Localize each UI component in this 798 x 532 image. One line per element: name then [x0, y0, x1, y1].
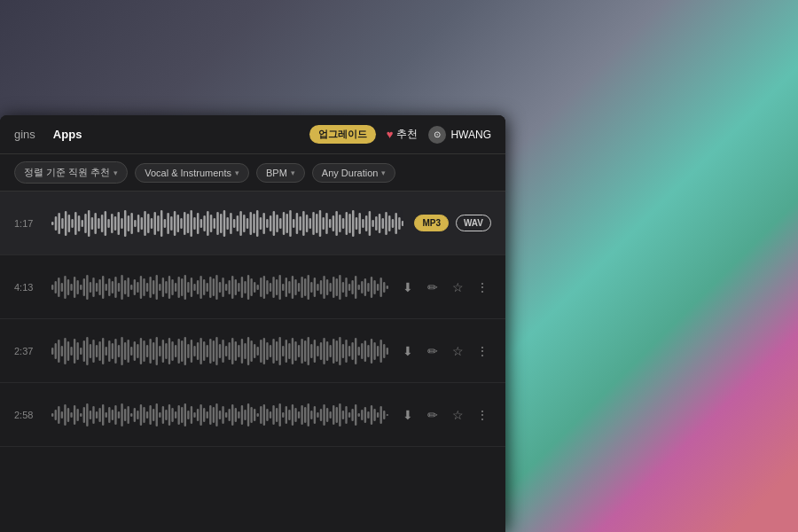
svg-rect-206 — [361, 281, 363, 293]
svg-rect-401 — [301, 405, 302, 425]
svg-rect-197 — [332, 277, 334, 298]
svg-rect-293 — [298, 345, 300, 357]
svg-rect-250 — [162, 340, 164, 363]
svg-rect-226 — [86, 337, 88, 365]
svg-rect-134 — [134, 279, 136, 295]
svg-rect-204 — [355, 276, 356, 299]
svg-rect-63 — [256, 210, 258, 237]
svg-rect-361 — [175, 411, 176, 419]
svg-rect-365 — [187, 411, 189, 419]
svg-rect-25 — [130, 213, 132, 234]
svg-rect-264 — [207, 345, 208, 357]
star-icon[interactable]: ☆ — [449, 342, 466, 360]
svg-rect-270 — [225, 346, 227, 356]
svg-rect-225 — [83, 340, 85, 362]
svg-rect-166 — [235, 279, 237, 295]
svg-rect-149 — [181, 278, 183, 296]
filter-vocal[interactable]: Vocal & Instruments ▾ — [135, 163, 249, 183]
filter-sort[interactable]: 정렬 기준 직원 추천 ▾ — [14, 161, 128, 184]
svg-rect-230 — [98, 341, 100, 361]
svg-rect-395 — [282, 412, 284, 418]
star-icon[interactable]: ☆ — [449, 406, 466, 424]
svg-rect-78 — [306, 215, 308, 232]
svg-rect-2 — [55, 216, 57, 231]
track-row[interactable]: 2:37 — [0, 319, 505, 383]
svg-rect-104 — [392, 219, 394, 228]
filter-bpm[interactable]: BPM ▾ — [256, 163, 305, 183]
svg-rect-131 — [124, 280, 126, 294]
track-row[interactable]: 1:17 // We'll draw this inline — [0, 192, 505, 255]
edit-icon[interactable]: ✏ — [424, 342, 442, 360]
svg-rect-223 — [77, 342, 79, 360]
svg-rect-15 — [98, 218, 99, 229]
download-icon[interactable]: ⬇ — [399, 278, 417, 296]
track-row[interactable]: 2:58 — [0, 383, 505, 447]
svg-rect-306 — [339, 337, 340, 365]
svg-rect-259 — [191, 340, 192, 363]
svg-rect-371 — [207, 411, 208, 419]
svg-rect-404 — [310, 411, 312, 419]
more-icon[interactable]: ⋮ — [473, 406, 491, 424]
svg-rect-180 — [279, 275, 281, 300]
svg-rect-405 — [314, 406, 316, 424]
svg-rect-183 — [288, 281, 290, 293]
edit-icon[interactable]: ✏ — [424, 278, 442, 296]
svg-rect-66 — [266, 219, 268, 228]
svg-rect-20 — [114, 216, 116, 231]
svg-rect-93 — [356, 217, 357, 230]
svg-rect-44 — [193, 217, 195, 230]
wav-button[interactable]: WAV — [456, 215, 491, 231]
download-icon[interactable]: ⬇ — [399, 406, 417, 424]
svg-rect-267 — [215, 337, 217, 365]
svg-rect-376 — [222, 406, 223, 424]
svg-rect-38 — [174, 211, 176, 236]
nav-item-gins[interactable]: gins — [14, 128, 35, 141]
more-icon[interactable]: ⋮ — [473, 342, 491, 360]
svg-rect-412 — [336, 407, 338, 423]
svg-rect-116 — [77, 280, 79, 294]
svg-rect-318 — [377, 346, 379, 356]
svg-rect-105 — [395, 213, 396, 234]
svg-rect-335 — [92, 406, 94, 424]
svg-rect-11 — [84, 214, 86, 233]
svg-rect-209 — [371, 277, 372, 298]
svg-rect-283 — [266, 342, 268, 360]
more-icon[interactable]: ⋮ — [473, 278, 491, 296]
svg-rect-122 — [96, 283, 98, 292]
mp3-button[interactable]: MP3 — [414, 215, 449, 231]
svg-rect-220 — [67, 341, 69, 361]
svg-rect-138 — [146, 283, 148, 292]
star-icon[interactable]: ☆ — [449, 278, 466, 296]
waveform[interactable] — [51, 333, 388, 369]
svg-rect-254 — [175, 345, 176, 357]
svg-rect-168 — [241, 277, 243, 298]
navbar-left: gins Apps — [14, 128, 82, 141]
recommend-button[interactable]: ♥ 추천 — [387, 127, 419, 142]
svg-rect-42 — [187, 214, 189, 233]
svg-rect-109 — [55, 281, 57, 293]
user-button[interactable]: ⊙ HWANG — [428, 126, 491, 144]
download-icon[interactable]: ⬇ — [399, 342, 417, 360]
filter-duration[interactable]: Any Duration ▾ — [312, 163, 396, 183]
svg-rect-276 — [244, 343, 246, 359]
screen: gins Apps 업그레이드 ♥ 추천 ⊙ HWANG 정렬 기준 직원 추천… — [0, 115, 505, 532]
svg-rect-107 — [402, 221, 403, 226]
svg-rect-384 — [247, 403, 249, 426]
svg-rect-110 — [58, 278, 59, 297]
waveform[interactable] — [51, 397, 388, 433]
waveform[interactable] — [51, 270, 388, 305]
nav-item-apps[interactable]: Apps — [53, 128, 82, 141]
chevron-down-icon: ▾ — [113, 168, 118, 177]
waveform[interactable]: // We'll draw this inline — [51, 206, 403, 241]
track-row[interactable]: 4:13 — [0, 255, 505, 319]
svg-rect-86 — [332, 215, 334, 231]
svg-rect-190 — [310, 282, 312, 293]
svg-rect-246 — [149, 339, 151, 364]
edit-icon[interactable]: ✏ — [424, 406, 442, 424]
upgrade-badge[interactable]: 업그레이드 — [309, 125, 376, 144]
svg-rect-159 — [213, 278, 215, 296]
svg-rect-187 — [301, 277, 302, 298]
svg-rect-201 — [345, 278, 347, 297]
svg-rect-171 — [250, 278, 252, 296]
svg-rect-336 — [96, 411, 98, 419]
